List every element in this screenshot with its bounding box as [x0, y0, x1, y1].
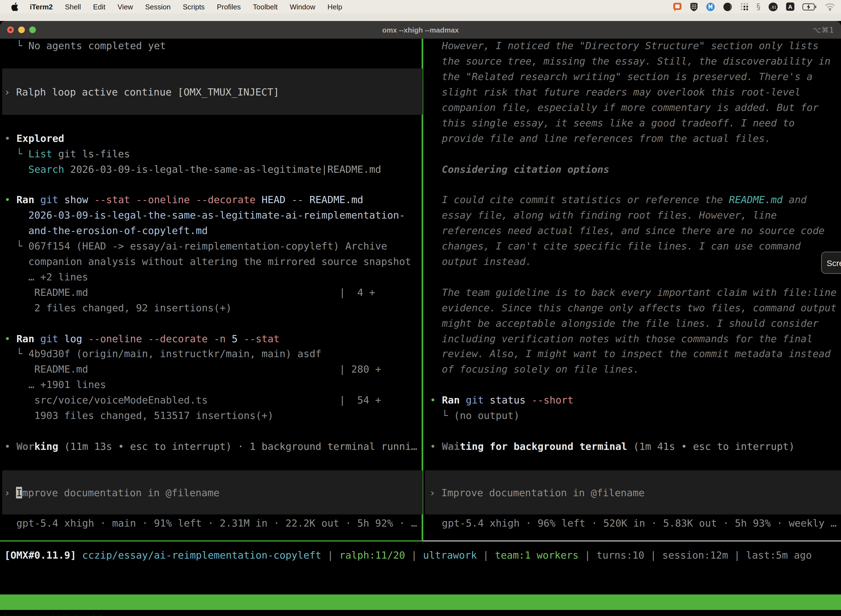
terminal-line: 2026-03-09-is-legal-the-same-as-legitima… — [0, 208, 422, 223]
terminal-line: └ 067f154 (HEAD -> essay/ai-reimplementa… — [0, 238, 422, 254]
terminal-line: I could cite commit statistics or refere… — [423, 192, 841, 208]
terminal-line: review. Also, I might want to inspect th… — [423, 346, 841, 362]
terminal-line: slight risk that future readers may over… — [423, 84, 841, 100]
left-input-text: mprove documentation in @filename — [22, 487, 219, 498]
waiting-status-line: • Waiting for background terminal (1m 41… — [423, 439, 841, 454]
terminal-line: • Ran git show --stat --oneline --decora… — [0, 192, 422, 208]
text-cursor: I — [16, 487, 22, 498]
terminal-line: However, I noticed the "Directory Struct… — [423, 38, 841, 54]
terminal-line: this single essay, it seems like a good … — [423, 115, 841, 131]
right-prompt-input[interactable]: › Improve documentation in @filename — [425, 470, 841, 515]
terminal-line: • Ran git status --short — [423, 392, 841, 408]
terminal-line: README.md | 280 + — [0, 362, 422, 377]
screen-share-overlay[interactable]: Scre — [821, 252, 841, 274]
terminal-line: the source tree, missing the essay. Stil… — [423, 54, 841, 69]
model-status-line: gpt-5.4 xhigh · main · 91% left · 2.31M … — [0, 516, 422, 531]
tmux-session-label: [omx-cczip0:bash* — [2, 610, 104, 616]
prompt-arrow-icon: › — [4, 487, 16, 498]
ralph-status-box: › Ralph loop active continue [OMX_TMUX_I… — [2, 69, 422, 115]
terminal-line: companion file, especially if more comme… — [423, 100, 841, 115]
ralph-status-text: Ralph loop active continue [OMX_TMUX_INJ… — [16, 86, 279, 97]
terminal-line: the "Related research writing" section i… — [423, 69, 841, 84]
right-pane-separator — [423, 540, 841, 541]
terminal-line: companion analysis without altering the … — [0, 254, 422, 269]
tmux-status-bar: [omx-cczip0:bash* "MacBook-Pro-44.local"… — [0, 594, 841, 610]
terminal-line: references need actual files, and since … — [423, 223, 841, 238]
terminal-line: 1903 files changed, 513517 insertions(+) — [0, 408, 422, 423]
terminal-line: changes, I can't cite specific file line… — [423, 238, 841, 254]
terminal-line: provide file and line references from th… — [423, 131, 841, 146]
model-status-line: gpt-5.4 xhigh · 96% left · 520K in · 5.8… — [423, 516, 841, 531]
terminal-line: └ (no output) — [423, 408, 841, 423]
terminal-line: and-the-erosion-of-copyleft.md — [0, 223, 422, 238]
terminal-line: └ List git ls-files — [0, 146, 422, 161]
terminal-line: … +1901 lines — [0, 377, 422, 392]
terminal-line: evidence. Since this change only affects… — [423, 300, 841, 315]
left-pane-separator — [0, 540, 423, 541]
prompt-arrow-icon: › — [429, 487, 441, 498]
thinking-heading: Considering citation options — [423, 161, 841, 177]
left-prompt-input[interactable]: › Improve documentation in @filename — [2, 470, 422, 515]
terminal-line: src/voice/voiceModeEnabled.ts | 54 + — [0, 392, 422, 408]
prompt-arrow-icon: › — [4, 86, 16, 97]
working-status-line: • Working (11m 13s • esc to interrupt) ·… — [0, 439, 422, 454]
terminal-line: • Explored — [0, 131, 422, 146]
terminal-line: including verification notes with those … — [423, 331, 841, 346]
omx-status-bar: [OMX#0.11.9] cczip/essay/ai-reimplementa… — [4, 547, 812, 563]
terminal-line: Search 2026-03-09-is-legal-the-same-as-l… — [0, 161, 422, 177]
terminal-line: might be acceptable alongside the file l… — [423, 315, 841, 331]
terminal-line: └ 4b9d30f (origin/main, instructkr/main,… — [0, 346, 422, 362]
terminal-line: The team guideline is to back every impo… — [423, 285, 841, 300]
terminal-line: 2 files changed, 92 insertions(+) — [0, 300, 422, 315]
terminal-line: … +2 lines — [0, 269, 422, 285]
terminal-line: of focusing solely on file lines. — [423, 362, 841, 377]
terminal-line: essay file, along with finding root file… — [423, 208, 841, 223]
terminal-line: output instead. — [423, 254, 841, 269]
terminal-line: └ No agents completed yet — [0, 38, 422, 54]
terminal-line: README.md | 4 + — [0, 285, 422, 300]
terminal-line: • Ran git log --oneline --decorate -n 5 … — [0, 331, 422, 346]
screen: iTerm2ShellEditViewSessionScriptsProfile… — [0, 0, 841, 616]
screen-share-overlay-label: Scre — [827, 258, 841, 267]
right-terminal-pane[interactable]: However, I noticed the "Directory Struct… — [423, 0, 841, 616]
right-input-text: Improve documentation in @filename — [441, 487, 645, 498]
